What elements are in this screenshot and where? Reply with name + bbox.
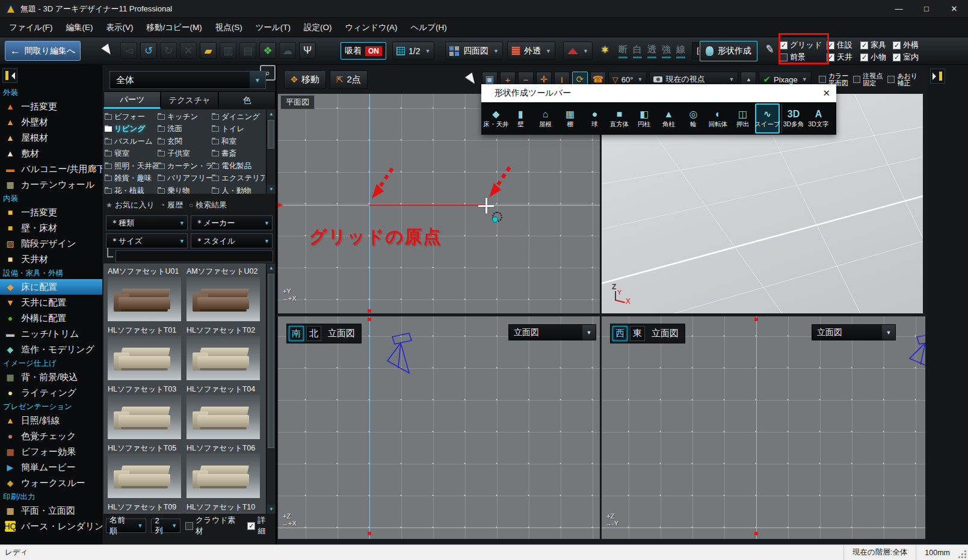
scroll-up-icon[interactable]: ▲ [267, 109, 276, 118]
camera-gizmo[interactable] [385, 332, 424, 375]
lookat-lock-checkbox[interactable]: 注視点固定 [853, 72, 883, 87]
sidebar-collapse-button[interactable] [2, 68, 17, 83]
column-count-dropdown[interactable]: 2列 ▼ [151, 518, 180, 533]
right-panel-collapse-button[interactable] [930, 69, 945, 84]
sidebar-item-wall-material[interactable]: ▲ 外壁材 [0, 114, 102, 130]
sidebar-item[interactable]: 外装 [0, 87, 102, 99]
shape-floor-ceiling[interactable]: ◆ 床・天井 [484, 103, 508, 134]
pbc-icon[interactable]: ❖ [259, 42, 276, 59]
sort-order-dropdown[interactable]: 名前順 ▼ [106, 518, 146, 533]
quick-tab-search-results[interactable]: ○ 検索結果 [189, 200, 227, 211]
display-mode-button[interactable]: 白 [633, 44, 642, 58]
display-mode-button[interactable]: 強 [662, 44, 671, 58]
category-item[interactable]: エクステリア [212, 173, 265, 185]
quick-tab-history[interactable]: ◔ 履歴 [161, 200, 183, 211]
menu-item[interactable]: ヘルプ(H) [404, 18, 454, 37]
menu-item[interactable]: 設定(O) [297, 18, 339, 37]
HLソファセットT04[interactable]: HLソファセットT04 [185, 383, 264, 442]
floating-panel-titlebar[interactable]: 形状作成ツールバー ✕ [481, 84, 836, 102]
sidebar-item-batch-exterior[interactable]: ▲ 一括変更 [0, 99, 102, 114]
category-item[interactable]: 照明・天井器具 [105, 160, 158, 173]
sidebar-item-easy-movie[interactable]: ▶ 簡単ムービー [0, 460, 102, 475]
direction-west-button[interactable]: 西 [612, 326, 627, 341]
four-view-dropdown[interactable]: 四面図 ▼ [445, 42, 503, 60]
shape-roof[interactable]: ⌂ 屋根 [533, 103, 558, 134]
sidebar-item-color-check[interactable]: ● 色覚チェック [0, 428, 102, 444]
HLソファセットT01[interactable]: HLソファセットT01 [106, 324, 185, 383]
sidebar-item[interactable]: 内装 [0, 192, 102, 205]
category-item[interactable]: 花・植栽 [105, 185, 158, 194]
shape-wall[interactable]: ▮ 壁 [508, 103, 533, 134]
shape-revolve[interactable]: ◐ 回転体 [706, 103, 730, 134]
roof-display-dropdown[interactable]: ▼ [563, 42, 593, 60]
category-item[interactable]: カーテン・ラグ [158, 160, 212, 173]
layer-checkbox-fixtures[interactable]: 住設 [827, 39, 860, 51]
category-item[interactable]: トイレ [212, 123, 265, 136]
sidebar-item-wall-floor[interactable]: ■ 壁・床材 [0, 220, 102, 236]
south-elevation-viewport[interactable]: 南 北 立面図 立面図 ▼ +Z →+X [278, 316, 600, 539]
category-item[interactable]: 子供室 [158, 148, 212, 161]
HLソファセットT03[interactable]: HLソファセットT03 [106, 383, 185, 442]
sidebar-item-roof-material[interactable]: ▲ 屋根材 [0, 130, 102, 146]
shape-box[interactable]: ■ 直方体 [607, 103, 632, 134]
tilt-correction-checkbox[interactable]: あおり補正 [887, 72, 917, 87]
scrollbar-thumb[interactable] [268, 274, 274, 448]
shape-prism[interactable]: ▲ 角柱 [656, 103, 681, 134]
display-mode-button[interactable]: 透 [647, 44, 656, 58]
view-type-dropdown[interactable]: 立面図 ▼ [508, 324, 596, 340]
scrollbar-thumb[interactable] [268, 120, 274, 149]
close-button[interactable]: ✕ [940, 0, 968, 18]
layer-checkbox-ceiling[interactable]: 天井 [827, 51, 860, 63]
tab-texture[interactable]: テクスチャ [161, 91, 218, 109]
shape-sphere[interactable]: ● 球 [582, 103, 607, 134]
category-item[interactable]: 書斎 [212, 148, 265, 161]
view-type-dropdown[interactable]: 立面図 ▼ [812, 324, 896, 340]
layer-checkbox-interior[interactable]: 室内 [893, 51, 928, 63]
category-item[interactable]: リビング [105, 123, 158, 136]
category-item[interactable]: ビフォー [105, 111, 158, 123]
sidebar-item-rendering[interactable]: HQ パース・レンダリング [0, 518, 102, 534]
sidebar-item-sunlight[interactable]: ▲ 日照/斜線 [0, 413, 102, 428]
category-item[interactable]: 人・動物 [212, 185, 265, 194]
shape-3d-text[interactable]: A 3D文字 [806, 103, 831, 134]
back-to-floorplan-button[interactable]: ← 間取り編集へ [5, 41, 81, 61]
menu-item[interactable]: 編集(E) [60, 18, 100, 37]
layer-checkbox-grid[interactable]: グリッド [780, 39, 827, 51]
filter-style[interactable]: ＊スタイル ▼ [191, 233, 273, 248]
category-item[interactable]: 玄関 [158, 135, 212, 148]
sidebar-item-place-on-ceiling[interactable]: ▼ 天井に配置 [0, 295, 102, 310]
grid-scale-dropdown[interactable]: 1/2 ▼ [392, 42, 434, 60]
filter-size[interactable]: ＊サイズ ▼ [106, 233, 188, 248]
category-item[interactable]: バリアフリー [158, 173, 212, 185]
menu-item[interactable]: 視点(S) [209, 18, 249, 37]
shape-3d-polygon[interactable]: 3D 3D多角 [781, 103, 806, 134]
category-scrollbar[interactable]: ▲ ▼ [266, 109, 276, 194]
AMソファセットU01[interactable]: AMソファセットU01 [106, 265, 185, 324]
furniture-scrollbar[interactable]: ▲ ▼ [266, 263, 276, 514]
sidebar-item-balcony[interactable]: ▬ バルコニー/共用廊下 [0, 161, 102, 177]
sidebar-item-lighting[interactable]: ● ライティング [0, 385, 102, 401]
menu-item[interactable]: 移動/コピー(M) [140, 18, 209, 37]
shape-create-button[interactable]: 形状作成 [700, 41, 757, 61]
filter-maker[interactable]: ＊メーカー ▼ [191, 215, 273, 230]
sidebar-item[interactable]: イメージ仕上げ [0, 357, 102, 369]
sidebar-item[interactable]: 設備・家具・外構 [0, 267, 102, 279]
category-item[interactable]: 洗面 [158, 123, 212, 136]
snap-toggle-button[interactable]: 吸着 ON [341, 42, 386, 60]
scroll-up-icon[interactable]: ▲ [267, 263, 276, 272]
scroll-down-icon[interactable]: ▼ [267, 505, 276, 514]
sidebar-item-paving[interactable]: ▲ 敷材 [0, 146, 102, 161]
direction-south-button[interactable]: 南 [289, 326, 304, 341]
sidebar-item-background[interactable]: ▦ 背・前景/映込 [0, 369, 102, 385]
sidebar-item-niche-trim[interactable]: ▬ ニッチ/トリム [0, 326, 102, 342]
HLソファセットT02[interactable]: HLソファセットT02 [185, 324, 264, 383]
filter-kind[interactable]: ＊種類 ▼ [106, 215, 188, 230]
scope-dropdown[interactable]: 全体 ▼ [109, 71, 266, 89]
move-tool-button[interactable]: ✥ 移動 [284, 70, 326, 89]
category-item[interactable]: バスルーム [105, 135, 158, 148]
layer-checkbox-exterior[interactable]: 外構 [893, 39, 928, 51]
sidebar-item-walkthrough[interactable]: ◆ ウォークスルー [0, 475, 102, 491]
layer-checkbox-accessories[interactable]: 小物 [860, 51, 893, 63]
cloud-icon[interactable]: ☁ [279, 42, 296, 59]
menu-item[interactable]: ファイル(F) [2, 18, 60, 37]
